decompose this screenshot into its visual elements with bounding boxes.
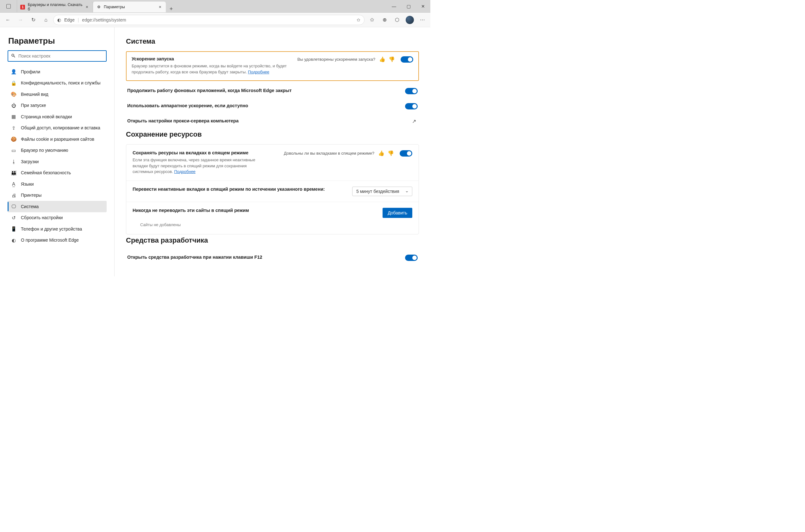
startup-boost-toggle[interactable] xyxy=(400,56,413,63)
sleeping-tabs-toggle[interactable] xyxy=(400,150,412,156)
never-sleep-label: Никогда не переводить эти сайты в спящий… xyxy=(133,208,377,213)
download-icon: ⭳ xyxy=(11,158,16,165)
startup-boost-title: Ускорение запуска xyxy=(132,56,292,61)
sidebar-item-languages[interactable]: A̲Языки xyxy=(7,178,107,190)
tab-strip: 1 Браузеры и плагины. Скачать б × ⚙ Пара… xyxy=(17,0,387,12)
sidebar-item-label: Телефон и другие устройства xyxy=(21,226,82,232)
section-devtools: Средства разработчика xyxy=(126,236,419,245)
forward-button[interactable]: → xyxy=(15,15,26,25)
home-button[interactable]: ⌂ xyxy=(40,15,51,25)
sidebar-item-cookies[interactable]: 🍪Файлы cookie и разрешения сайтов xyxy=(7,133,107,145)
learn-more-link[interactable]: Подробнее xyxy=(174,169,195,174)
sidebar-item-downloads[interactable]: ⭳Загрузки xyxy=(7,156,107,167)
edge-icon: ◐ xyxy=(11,237,16,244)
close-window-button[interactable]: ✕ xyxy=(416,0,430,12)
favicon-settings: ⚙ xyxy=(96,4,101,10)
address-brand: Edge xyxy=(64,17,75,22)
sidebar-item-share[interactable]: ⇪Общий доступ, копирование и вставка xyxy=(7,122,107,134)
grid-icon: ▦ xyxy=(11,114,16,120)
search-input-wrapper[interactable]: 🔍︎ xyxy=(7,50,107,62)
sidebar-item-family[interactable]: 👪Семейная безопасность xyxy=(7,167,107,179)
sidebar-item-label: Браузер по умолчанию xyxy=(21,147,68,153)
bg-apps-toggle[interactable] xyxy=(405,88,418,94)
sidebar-item-system[interactable]: 🖵Система xyxy=(7,201,107,212)
sidebar-item-default-browser[interactable]: ▭Браузер по умолчанию xyxy=(7,145,107,156)
tab-settings[interactable]: ⚙ Параметры × xyxy=(93,2,166,12)
sidebar-item-label: Внешний вид xyxy=(21,91,49,97)
sidebar-item-newtab[interactable]: ▦Страница новой вкладки xyxy=(7,111,107,122)
sleeping-feedback: Довольны ли вы вкладками в спящем режиме… xyxy=(284,150,394,156)
back-button[interactable]: ← xyxy=(2,15,13,25)
extensions-button[interactable]: ⬡ xyxy=(392,15,402,25)
section-system: Система xyxy=(126,37,419,45)
sidebar-item-profiles[interactable]: 👤Профили xyxy=(7,66,107,77)
collections-button[interactable]: ⊕ xyxy=(379,15,390,25)
app-menu-button[interactable]: ⋯ xyxy=(417,15,428,25)
hw-accel-row: Использовать аппаратное ускорение, если … xyxy=(126,99,419,114)
divider: | xyxy=(78,17,79,22)
close-icon[interactable]: × xyxy=(85,4,90,10)
empty-sites-label: Сайты не добавлены xyxy=(126,221,419,234)
lock-icon: 🔒 xyxy=(11,80,16,86)
sidebar-item-label: Общий доступ, копирование и вставка xyxy=(21,125,100,131)
sleeping-tabs-title: Сохранять ресурсы на вкладках в спящем р… xyxy=(133,150,278,155)
close-icon[interactable]: × xyxy=(157,4,163,10)
sidebar-item-label: Принтеры xyxy=(21,192,41,198)
main: Параметры 🔍︎ 👤Профили 🔒Конфиденциальност… xyxy=(0,27,430,277)
sidebar-item-label: Файлы cookie и разрешения сайтов xyxy=(21,136,94,142)
search-input[interactable] xyxy=(18,54,104,58)
never-sleep-row: Никогда не переводить эти сайты в спящий… xyxy=(126,202,419,221)
minimize-button[interactable]: — xyxy=(387,0,401,12)
sidebar-item-privacy[interactable]: 🔒Конфиденциальность, поиск и службы xyxy=(7,77,107,89)
timeout-select[interactable]: 5 минут бездействия xyxy=(352,187,412,196)
learn-more-link[interactable]: Подробнее xyxy=(248,70,269,74)
sidebar-item-reset[interactable]: ↺Сбросить настройки xyxy=(7,212,107,224)
content-area: Система Ускорение запуска Браузер запуст… xyxy=(115,27,430,277)
startup-boost-desc: Браузер запустится в фоновом режиме, ког… xyxy=(132,63,292,75)
sidebar-item-label: Конфиденциальность, поиск и службы xyxy=(21,80,100,86)
favorites-button[interactable]: ✩ xyxy=(367,15,377,25)
add-site-button[interactable]: Добавить xyxy=(382,208,412,218)
sidebar-item-startup[interactable]: ⏻При запуске xyxy=(7,100,107,111)
address-url: edge://settings/system xyxy=(82,17,126,22)
printer-icon: 🖨 xyxy=(11,192,16,198)
sleeping-tabs-row: Сохранять ресурсы на вкладках в спящем р… xyxy=(126,145,419,181)
address-bar[interactable]: ◐ Edge | edge://settings/system ✩ xyxy=(53,15,364,25)
startup-boost-highlight: Ускорение запуска Браузер запустится в ф… xyxy=(126,51,419,81)
f12-toggle[interactable] xyxy=(405,254,418,261)
favorite-icon[interactable]: ✩ xyxy=(357,17,360,22)
reset-icon: ↺ xyxy=(11,215,16,221)
thumbs-up-icon[interactable]: 👍 xyxy=(379,56,386,62)
toolbar: ← → ↻ ⌂ ◐ Edge | edge://settings/system … xyxy=(0,13,430,27)
section-resources: Сохранение ресурсов xyxy=(126,130,419,138)
profile-button[interactable] xyxy=(405,15,415,25)
sidebar-item-printers[interactable]: 🖨Принтеры xyxy=(7,190,107,201)
cookie-icon: 🍪 xyxy=(11,136,16,142)
thumbs-down-icon[interactable]: 👎 xyxy=(389,56,395,62)
sidebar-item-about[interactable]: ◐О программе Microsoft Edge xyxy=(7,235,107,246)
hw-accel-toggle[interactable] xyxy=(405,103,418,110)
family-icon: 👪 xyxy=(11,170,16,176)
palette-icon: 🎨 xyxy=(11,91,16,97)
search-icon: 🔍︎ xyxy=(11,53,16,59)
edge-logo-icon: ◐ xyxy=(57,17,61,22)
hw-accel-title: Использовать аппаратное ускорение, если … xyxy=(127,103,399,108)
phone-icon: 📱 xyxy=(11,226,16,232)
sidebar-item-appearance[interactable]: 🎨Внешний вид xyxy=(7,89,107,100)
tab-softportal[interactable]: 1 Браузеры и плагины. Скачать б × xyxy=(17,2,93,12)
proxy-row[interactable]: Открыть настройки прокси-сервера компьют… xyxy=(126,114,419,128)
sidebar-nav: 👤Профили 🔒Конфиденциальность, поиск и сл… xyxy=(5,66,109,246)
tab-actions-button[interactable] xyxy=(0,0,17,12)
tab-label: Браузеры и плагины. Скачать б xyxy=(28,2,85,12)
reload-button[interactable]: ↻ xyxy=(28,15,39,25)
sidebar-item-label: О программе Microsoft Edge xyxy=(21,237,79,243)
new-tab-button[interactable]: + xyxy=(166,6,176,12)
sidebar-item-label: Семейная безопасность xyxy=(21,170,71,175)
sidebar-item-label: При запуске xyxy=(21,102,46,108)
resources-panel: Сохранять ресурсы на вкладках в спящем р… xyxy=(126,144,419,235)
startup-feedback: Вы удовлетворены ускорением запуска? 👍 👎 xyxy=(297,56,395,62)
thumbs-up-icon[interactable]: 👍 xyxy=(378,150,385,156)
sidebar-item-phone[interactable]: 📱Телефон и другие устройства xyxy=(7,223,107,235)
maximize-button[interactable]: ▢ xyxy=(401,0,416,12)
thumbs-down-icon[interactable]: 👎 xyxy=(388,150,394,156)
